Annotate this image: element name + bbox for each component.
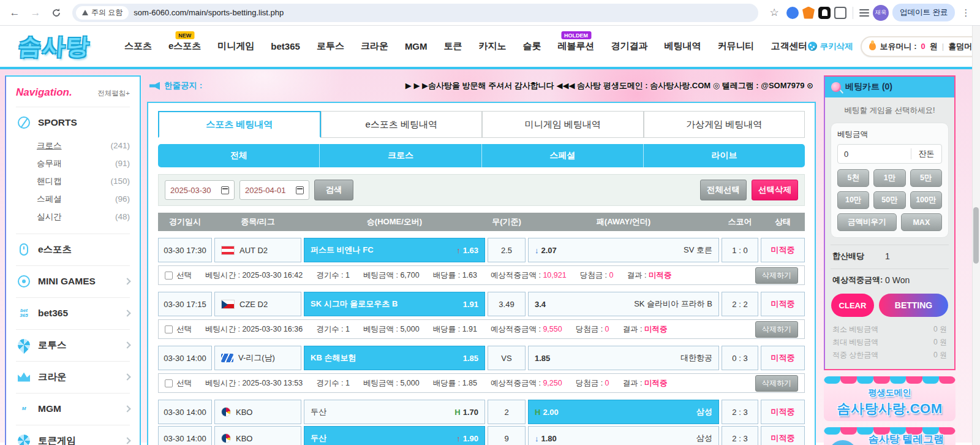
back-icon[interactable]: ←	[6, 4, 23, 21]
away-odds-cell[interactable]: ↓1.80삼성	[528, 426, 719, 445]
delete-bet-button[interactable]: 삭제하기	[755, 321, 798, 338]
url-text[interactable]: som-6060.com/main/sports-betting.list.ph…	[134, 8, 284, 17]
sidebar-item-e스포츠[interactable]: e스포츠	[16, 242, 130, 257]
sidebar-item-sports[interactable]: SPORTS	[16, 115, 130, 131]
clear-button[interactable]: CLEAR	[831, 294, 874, 317]
home-odds-cell[interactable]: 퍼스트 비엔나 FC↑1.63	[304, 238, 485, 262]
amount-button-50만[interactable]: 50만	[873, 191, 905, 209]
menu-item-크라운[interactable]: 크라운	[361, 40, 388, 52]
menu-item-레볼루션[interactable]: 레볼루션HOLDEM	[558, 40, 595, 52]
tab-미니게임 베팅내역[interactable]: 미니게임 베팅내역	[482, 111, 644, 138]
draw-odds-cell[interactable]: 9	[488, 426, 526, 445]
menu-item-토큰[interactable]: 토큰	[444, 40, 462, 52]
calendar-icon[interactable]	[296, 186, 304, 194]
home-odds-cell[interactable]: 두산H1.70	[304, 400, 485, 424]
sidebar-subitem-크로스[interactable]: 크로스(241)	[37, 137, 130, 154]
domain-banner[interactable]: 평생도메인 솜사탕사랑.COM	[824, 376, 956, 421]
telegram-banner[interactable]: 솜사탕 텔레그램 ※ 해당 계정 외에는 전부 사칭입니다 ※ 바로가기 CLI…	[824, 427, 956, 445]
browser-menu-icon[interactable]: ⋮	[959, 7, 973, 18]
amount-button-10만[interactable]: 10만	[837, 191, 869, 209]
delete-bet-button[interactable]: 삭제하기	[755, 267, 798, 284]
update-complete-button[interactable]: 업데이트 완료	[892, 4, 955, 21]
date-from-input[interactable]: 2025-03-30	[165, 180, 235, 200]
reload-icon[interactable]	[48, 4, 65, 21]
betting-button[interactable]: BETTING	[879, 294, 948, 317]
date-to-input[interactable]: 2025-04-01	[239, 180, 309, 200]
sidebar-title: Navigation.	[16, 86, 72, 99]
tab-스포츠 베팅내역[interactable]: 스포츠 베팅내역	[158, 111, 321, 138]
sidebar-subitem-핸디캡[interactable]: 핸디캡(150)	[37, 172, 130, 190]
amount-button-1만[interactable]: 1만	[873, 169, 905, 187]
menu-item-경기결과[interactable]: 경기결과	[611, 40, 648, 52]
sidebar-subitem-승무패[interactable]: 승무패(91)	[37, 154, 130, 172]
sidebar-item-MGM[interactable]: MMGM	[16, 401, 130, 417]
menu-item-bet365[interactable]: bet365	[271, 41, 300, 51]
away-odds-cell[interactable]: 1.85대한항공	[528, 346, 719, 370]
forward-icon[interactable]: →	[27, 4, 44, 21]
extension-icon-1[interactable]	[786, 7, 799, 19]
tab-e스포츠 베팅내역[interactable]: e스포츠 베팅내역	[321, 111, 483, 138]
menu-item-슬롯[interactable]: 슬롯	[523, 40, 541, 52]
away-odds-cell[interactable]: ↓2.07SV 호른	[528, 238, 719, 262]
tab-가상게임 베팅내역[interactable]: 가상게임 베팅내역	[644, 111, 805, 138]
sidebar-subitem-실시간[interactable]: 실시간(48)	[37, 208, 130, 226]
menu-item-미니게임[interactable]: 미니게임	[217, 40, 254, 52]
subtab-전체[interactable]: 전체	[158, 144, 319, 167]
select-checkbox[interactable]: 선택	[165, 270, 192, 281]
amount-button-100만[interactable]: 100만	[910, 191, 942, 209]
draw-odds-cell[interactable]: 2	[488, 400, 526, 424]
menu-item-e스포츠[interactable]: e스포츠NEW	[168, 40, 201, 52]
bet-amount-value[interactable]: 0	[838, 150, 911, 159]
delete-selected-button[interactable]: 선택삭제	[752, 180, 798, 200]
away-odds-cell[interactable]: H2.00삼성	[528, 400, 719, 424]
browser-profile-avatar[interactable]: 재욱	[873, 5, 889, 21]
menu-item-스포츠[interactable]: 스포츠	[124, 40, 152, 52]
clear-amount-button[interactable]: 금액비우기	[837, 213, 897, 231]
change-button[interactable]: 잔돈	[911, 148, 941, 159]
draw-odds-cell[interactable]: 3.49	[488, 292, 526, 316]
expand-all-button[interactable]: 전체펼침+	[97, 89, 130, 98]
menu-item-MGM[interactable]: MGM	[405, 41, 428, 51]
away-odds-cell[interactable]: 3.4SK 슬라비아 프라하 B	[528, 292, 719, 316]
menu-item-커뮤니티[interactable]: 커뮤니티	[718, 40, 755, 52]
delete-bet-button[interactable]: 삭제하기	[755, 375, 798, 392]
select-checkbox[interactable]: 선택	[165, 378, 192, 389]
amount-button-5만[interactable]: 5만	[910, 169, 942, 187]
home-odds-cell[interactable]: 두산↑1.90	[304, 426, 485, 445]
sidebar-item-토큰게임[interactable]: 토큰게임	[16, 433, 130, 445]
draw-odds-cell[interactable]: 2.5	[488, 238, 526, 262]
select-all-button[interactable]: 전체선택	[700, 180, 747, 200]
menu-item-베팅내역[interactable]: 베팅내역	[665, 40, 701, 52]
sidebar-item-bet365[interactable]: bet 365bet365	[16, 305, 130, 321]
bet-amount-input[interactable]: 0 잔돈	[837, 144, 942, 164]
subtab-스페셜[interactable]: 스페셜	[481, 144, 643, 167]
home-odds-cell[interactable]: SK 시그마 올로모우츠 B1.91	[304, 292, 485, 316]
metamask-icon[interactable]	[802, 7, 815, 19]
site-logo[interactable]: 솜사탕	[17, 31, 91, 62]
menu-item-로투스[interactable]: 로투스	[317, 40, 344, 52]
sidebar-item-크라운[interactable]: 크라운	[16, 369, 130, 385]
sidebar-subitem-스페셜[interactable]: 스페셜(96)	[37, 190, 130, 208]
address-bar[interactable]: 주의 요함 som-6060.com/main/sports-betting.l…	[72, 4, 758, 22]
extensions-puzzle-icon[interactable]	[834, 7, 846, 19]
sidebar-item-MINI GAMES[interactable]: MINI GAMES	[16, 273, 130, 289]
subtab-크로스[interactable]: 크로스	[319, 144, 481, 167]
calendar-icon[interactable]	[221, 186, 229, 194]
subtab-라이브[interactable]: 라이브	[643, 144, 805, 167]
site-security-badge[interactable]: 주의 요함	[76, 6, 129, 20]
bookmark-star-icon[interactable]: ☆	[766, 4, 783, 21]
extension-icon-2[interactable]	[818, 7, 831, 19]
reading-list-icon[interactable]	[859, 9, 869, 17]
scrollbar-thumb[interactable]	[973, 207, 979, 264]
sidebar-item-로투스[interactable]: 로투스	[16, 337, 130, 353]
menu-item-고객센터[interactable]: 고객센터	[771, 40, 808, 52]
search-button[interactable]: 검색	[314, 180, 353, 200]
amount-button-5천[interactable]: 5천	[837, 169, 869, 187]
home-odds-cell[interactable]: KB 손해보험1.85	[304, 346, 485, 370]
select-checkbox[interactable]: 선택	[165, 324, 192, 335]
max-amount-button[interactable]: MAX	[901, 213, 942, 231]
cookie-delete-button[interactable]: 쿠키삭제	[808, 41, 853, 52]
draw-odds-cell[interactable]: VS	[488, 346, 526, 370]
menu-item-카지노[interactable]: 카지노	[479, 40, 507, 52]
page-scrollbar[interactable]	[972, 26, 980, 445]
